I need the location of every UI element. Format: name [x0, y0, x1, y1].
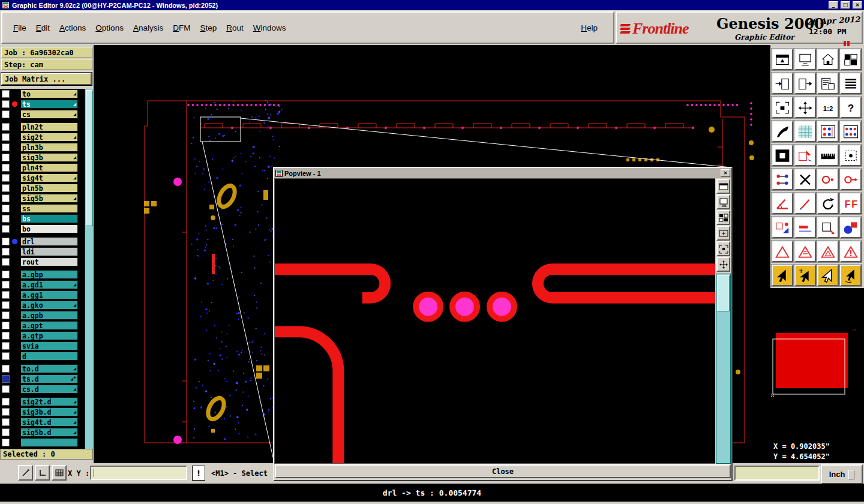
menu-windows[interactable]: Windows [253, 23, 286, 32]
layer-active-indicator[interactable] [12, 101, 17, 107]
layer-active-indicator[interactable] [12, 323, 17, 328]
rotate-button[interactable] [817, 193, 839, 214]
layer-visibility-checkbox[interactable] [2, 342, 10, 350]
layer-name-button[interactable]: a.gpb [20, 311, 78, 320]
layer-visibility-checkbox[interactable] [2, 311, 10, 319]
layer-name-button[interactable]: ldi [20, 247, 78, 256]
menu-rout[interactable]: Rout [226, 23, 244, 32]
layer-visibility-checkbox[interactable] [2, 90, 10, 98]
layer-name-button[interactable]: to.d◢ [20, 364, 78, 373]
layer-active-indicator[interactable] [12, 333, 17, 338]
popview-close-button[interactable]: Close [275, 464, 731, 478]
layer-active-indicator[interactable] [12, 249, 17, 254]
layer-active-indicator[interactable] [12, 196, 17, 201]
layer-active-indicator[interactable] [12, 124, 17, 130]
dfm-triangle-button[interactable] [772, 241, 793, 262]
dfm-triangle-lines-button[interactable] [794, 241, 816, 262]
layer-active-indicator[interactable] [12, 239, 17, 244]
shape-edit-button[interactable] [794, 145, 816, 166]
circle-pick-button[interactable] [817, 169, 839, 190]
layer-active-indicator[interactable] [12, 409, 17, 415]
popview-shade-button[interactable] [716, 179, 730, 194]
menu-step[interactable]: Step [200, 23, 217, 32]
layer-active-indicator[interactable] [12, 399, 17, 404]
layer-visibility-checkbox[interactable] [2, 418, 10, 426]
home-view-button[interactable] [817, 49, 839, 70]
layer-name-button[interactable]: sig3b◢ [20, 153, 78, 162]
corner-tool-button[interactable] [35, 465, 50, 481]
knife-button[interactable] [772, 121, 793, 142]
layer-active-indicator[interactable] [12, 226, 17, 232]
text-mirror-button[interactable]: FF [840, 193, 862, 214]
readout-field[interactable] [734, 466, 820, 481]
layer-visibility-checkbox[interactable] [2, 352, 10, 360]
pad-grid-button[interactable] [817, 121, 839, 142]
layer-active-indicator[interactable] [12, 282, 17, 287]
maximize-button[interactable]: □ [841, 1, 850, 9]
slash-measure-button[interactable] [794, 193, 816, 214]
dfm-triangle-inner-button[interactable] [817, 241, 839, 262]
layer-active-indicator[interactable] [12, 91, 17, 97]
layer-visibility-checkbox[interactable] [2, 258, 10, 266]
popview-monitor-button[interactable] [716, 194, 730, 209]
circle-arrow-button[interactable] [840, 169, 862, 190]
popview-scrollbar-thumb[interactable] [717, 275, 730, 311]
layer-active-indicator[interactable] [12, 302, 17, 308]
layer-visibility-checkbox[interactable] [2, 174, 10, 182]
layer-visibility-checkbox[interactable] [2, 271, 10, 278]
pad-edit-button[interactable] [772, 217, 793, 238]
net-connect-button[interactable] [772, 169, 793, 190]
exclaim-button[interactable]: ! [192, 466, 205, 481]
layer-visibility-checkbox[interactable] [2, 332, 10, 340]
popview-scrollbar[interactable] [716, 274, 731, 464]
transform-box-button[interactable] [817, 217, 839, 238]
zoom-extents-button[interactable] [772, 97, 793, 118]
layer-active-indicator[interactable] [12, 272, 17, 277]
grid-tool-button[interactable] [52, 465, 67, 481]
layer-name-button[interactable]: sig3b.d◢ [20, 407, 78, 416]
layer-name-button[interactable]: a.gpt [20, 321, 78, 330]
layer-name-button[interactable]: sig2t.d◢ [20, 397, 78, 406]
layer-active-indicator[interactable] [12, 386, 17, 392]
export-view-button[interactable] [794, 73, 816, 94]
import-view-button[interactable] [772, 73, 793, 94]
layer-name-button[interactable] [20, 438, 78, 447]
layer-active-indicator[interactable] [12, 155, 17, 160]
layer-name-button[interactable]: sig5b◢ [20, 194, 78, 203]
layer-name-button[interactable]: sig4t◢ [20, 173, 78, 182]
layer-visibility-checkbox[interactable] [2, 110, 10, 118]
ruler-button[interactable] [817, 145, 839, 166]
layer-visibility-checkbox[interactable] [2, 194, 10, 202]
layer-name-button[interactable]: bo [20, 224, 78, 233]
menu-file[interactable]: File [13, 23, 26, 32]
layer-name-button[interactable]: ts.d◢* [20, 374, 78, 383]
select-arrow-plus-button[interactable] [794, 265, 816, 286]
layer-visibility-checkbox[interactable] [2, 225, 10, 233]
preview-page-button[interactable] [817, 73, 839, 94]
popview-title-bar[interactable]: Popview - 1 × [274, 168, 731, 178]
minimize-button[interactable]: _ [829, 1, 838, 9]
layer-name-button[interactable]: svia [20, 341, 78, 350]
units-button[interactable]: Inch [821, 464, 863, 484]
menu-dfm[interactable]: DFM [173, 23, 190, 32]
layer-visibility-checkbox[interactable] [2, 133, 10, 141]
layer-name-button[interactable]: sig4t.d◢ [20, 418, 78, 427]
layer-visibility-checkbox[interactable] [2, 301, 10, 309]
popview-canvas[interactable] [274, 178, 715, 464]
layer-active-indicator[interactable] [12, 185, 17, 191]
diagonal-tool-button[interactable] [18, 465, 33, 481]
layer-visibility-checkbox[interactable] [2, 238, 10, 245]
layer-visibility-checkbox[interactable] [2, 291, 10, 299]
layer-active-indicator[interactable] [12, 216, 17, 221]
layer-active-indicator[interactable] [12, 366, 17, 371]
selection-box-button[interactable] [840, 145, 862, 166]
layer-visibility-checkbox[interactable] [2, 154, 10, 161]
layer-active-indicator[interactable] [12, 313, 17, 318]
layer-active-indicator[interactable] [12, 430, 17, 435]
layer-visibility-checkbox[interactable] [2, 143, 10, 151]
layer-name-button[interactable]: a.gtp [20, 331, 78, 340]
monitor-button[interactable] [794, 49, 816, 70]
menu-help[interactable]: Help [581, 23, 598, 32]
layer-active-indicator[interactable] [12, 440, 17, 445]
layer-name-button[interactable]: drl [20, 237, 78, 246]
